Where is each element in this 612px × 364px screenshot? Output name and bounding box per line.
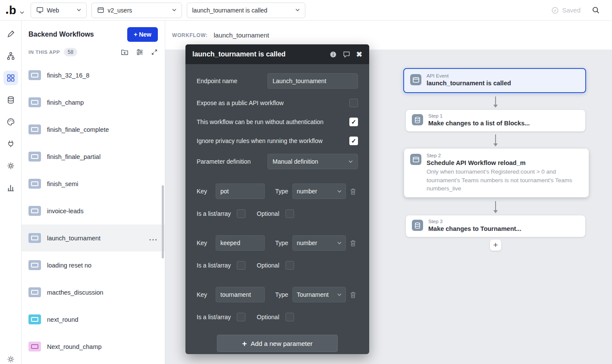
- step-1-node[interactable]: Step 1 Make changes to a list of Blocks.…: [406, 110, 585, 131]
- workflow-list-item[interactable]: finish_finale_partial: [22, 143, 165, 170]
- node-kind-label: Step 2: [427, 153, 583, 158]
- workflow-list-item[interactable]: finish_finale_complete: [22, 116, 165, 143]
- workflow-list-item[interactable]: finish_champ: [22, 89, 165, 116]
- workflow-item-label: launch_tournament: [47, 235, 100, 242]
- param-type-select[interactable]: number: [292, 184, 346, 199]
- close-icon[interactable]: ✖: [356, 51, 362, 58]
- no-auth-checkbox[interactable]: ✓: [349, 118, 358, 126]
- new-folder-icon[interactable]: [121, 49, 129, 56]
- workflow-icon: [28, 233, 41, 243]
- param-type-select[interactable]: Tournament: [292, 287, 346, 302]
- workflow-list-item[interactable]: next_round: [22, 306, 165, 333]
- param-key-input[interactable]: [216, 287, 265, 302]
- dialog-titlebar[interactable]: launch_tournament is called ✖: [185, 44, 369, 64]
- workflow-icon: [28, 179, 41, 189]
- workflow-list-item[interactable]: macthes_discussion: [22, 279, 165, 306]
- page-icon: [97, 6, 104, 14]
- database-step-icon: [412, 220, 423, 231]
- optional-label: Optional: [257, 314, 279, 320]
- node-kind-label: Step 1: [428, 113, 530, 118]
- optional-checkbox[interactable]: [286, 209, 294, 218]
- delete-parameter-icon[interactable]: [350, 291, 356, 299]
- workflow-icon: [28, 70, 41, 80]
- optional-checkbox[interactable]: [286, 261, 294, 270]
- new-workflow-button[interactable]: + New: [127, 27, 158, 42]
- api-event-icon: [410, 74, 421, 85]
- plugins-plug-icon[interactable]: [3, 137, 18, 151]
- sidebar-scrollbar[interactable]: [162, 185, 164, 258]
- workflow-icon: [28, 206, 41, 216]
- design-pencil-icon[interactable]: [3, 27, 18, 41]
- is-list-checkbox[interactable]: [237, 209, 245, 218]
- endpoint-name-label: Endpoint name: [197, 78, 237, 84]
- platform-label: Web: [47, 7, 60, 14]
- param-key-input[interactable]: [216, 184, 265, 199]
- ignore-privacy-checkbox[interactable]: ✓: [349, 137, 358, 145]
- workflow-item-label: next_round: [47, 316, 78, 323]
- is-list-checkbox[interactable]: [237, 313, 245, 321]
- endpoint-name-input[interactable]: [267, 73, 358, 89]
- flow-arrow: [495, 134, 496, 145]
- delete-parameter-icon[interactable]: [350, 188, 356, 195]
- key-label: Key: [197, 291, 216, 298]
- workflow-list: finish_32_16_8 finish_champ finish_final…: [22, 62, 165, 360]
- database-icon[interactable]: [3, 93, 18, 107]
- workflow-list-item-selected[interactable]: launch_tournament ...: [22, 224, 165, 252]
- step-3-node[interactable]: Step 3 Make changes to Tournament...: [406, 215, 585, 237]
- filter-sliders-icon[interactable]: [136, 49, 144, 56]
- page-dropdown[interactable]: v2_users: [91, 3, 182, 18]
- delete-parameter-icon[interactable]: [350, 240, 356, 247]
- bubble-logo[interactable]: b: [6, 6, 24, 15]
- workflow-item-label: macthes_discussion: [47, 289, 104, 296]
- type-label: Type: [275, 291, 292, 298]
- platform-dropdown[interactable]: Web: [31, 3, 87, 18]
- workflow-item-label: invoice-leads: [47, 208, 84, 215]
- param-type-select[interactable]: number: [292, 235, 346, 251]
- current-workflow-name: launch_tournament: [214, 31, 269, 39]
- styles-palette-icon[interactable]: [3, 115, 18, 129]
- dialog-title: launch_tournament is called: [192, 50, 286, 58]
- workflow-list-item[interactable]: finish_32_16_8: [22, 62, 165, 89]
- add-step-button[interactable]: +: [490, 240, 501, 251]
- no-auth-label: This workflow can be run without authent…: [197, 118, 323, 125]
- parameter-definition-select[interactable]: Manual definition: [267, 154, 358, 169]
- type-label: Type: [275, 188, 292, 195]
- save-status: Saved: [551, 6, 581, 14]
- api-event-node[interactable]: API Event launch_tournament is called: [403, 68, 586, 93]
- logs-chart-icon[interactable]: [3, 180, 18, 195]
- workflow-dropdown[interactable]: launch_tournament is called: [187, 3, 305, 18]
- top-bar: b Web v2_users launch_tournament is call…: [0, 0, 612, 21]
- expose-api-checkbox[interactable]: [349, 99, 358, 107]
- chevron-down-icon: [348, 160, 353, 163]
- param-key-input[interactable]: [216, 235, 265, 251]
- node-condition-text: Only when tournament's Registered:count …: [427, 168, 583, 193]
- is-list-label: Is a list/array: [197, 210, 231, 217]
- flow-arrow: [495, 201, 496, 212]
- optional-label: Optional: [257, 262, 279, 269]
- panel-title: Backend Workflows: [28, 31, 94, 38]
- comment-icon[interactable]: [343, 51, 350, 58]
- workflow-item-label: Next_round_champ: [47, 343, 102, 350]
- search-icon[interactable]: [592, 6, 600, 14]
- step-2-node[interactable]: Step 2 Schedule API Workflow reload_m On…: [404, 149, 589, 197]
- workflow-list-item[interactable]: loading reset no: [22, 252, 165, 279]
- optional-checkbox[interactable]: [286, 313, 294, 321]
- node-title: Make changes to a list of Blocks...: [428, 120, 530, 127]
- node-kind-label: API Event: [427, 73, 511, 78]
- expand-panel-icon[interactable]: [151, 49, 158, 56]
- workflow-icon: [28, 97, 41, 107]
- workflow-list-item[interactable]: finish_semi: [22, 170, 165, 197]
- item-more-menu[interactable]: ...: [149, 234, 158, 243]
- bottom-gear-icon[interactable]: [3, 352, 18, 364]
- chevron-down-icon: [337, 293, 342, 296]
- workflow-list-item[interactable]: Next_round_champ: [22, 333, 165, 360]
- workflow-list-item[interactable]: invoice-leads: [22, 197, 165, 224]
- info-icon[interactable]: [330, 51, 337, 58]
- backend-workflows-icon[interactable]: [3, 71, 18, 85]
- settings-gear-icon[interactable]: [3, 159, 18, 173]
- is-list-checkbox[interactable]: [237, 261, 245, 270]
- workflow-tree-icon[interactable]: [3, 49, 18, 63]
- workflow-properties-dialog: launch_tournament is called ✖ Endpoint n…: [185, 44, 369, 354]
- add-parameter-button[interactable]: + Add a new parameter: [217, 335, 338, 352]
- node-title: launch_tournament is called: [427, 80, 511, 87]
